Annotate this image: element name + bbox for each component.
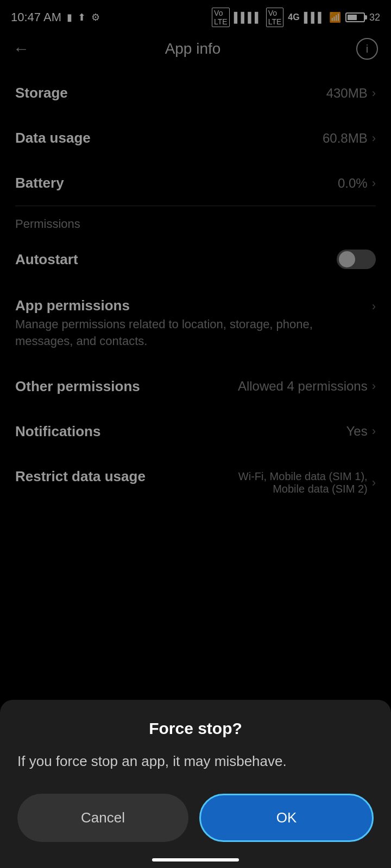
volte-icon-2: VoLTE <box>266 8 284 27</box>
battery-label-container: Battery <box>15 175 338 192</box>
restrict-data-item[interactable]: Restrict data usage Wi-Fi, Mobile data (… <box>0 454 391 509</box>
info-icon: i <box>366 43 368 55</box>
app-permissions-chevron: › <box>372 299 376 314</box>
signal-icon-1: ▌▌▌▌ <box>234 12 262 23</box>
restrict-data-value-container: Wi-Fi, Mobile data (SIM 1), Mobile data … <box>213 470 376 495</box>
cancel-button[interactable]: Cancel <box>17 794 188 842</box>
wifi-icon: 📶 <box>329 11 341 23</box>
dialog-body: If you force stop an app, it may misbeha… <box>17 751 374 772</box>
battery-chevron: › <box>372 176 376 190</box>
notification-icon: ▮ <box>67 11 72 23</box>
restrict-data-label: Restrict data usage <box>15 468 213 485</box>
storage-value: 430MB <box>326 86 368 101</box>
other-permissions-value-container: Allowed 4 permissions › <box>238 379 376 394</box>
notifications-label-container: Notifications <box>15 423 346 440</box>
storage-chevron: › <box>372 86 376 100</box>
dialog-buttons: Cancel OK <box>17 794 374 842</box>
status-time: 10:47 AM ▮ ⬆ ⚙ <box>11 10 100 24</box>
other-permissions-label-container: Other permissions <box>15 378 238 395</box>
notifications-item[interactable]: Notifications Yes › <box>0 409 391 454</box>
notifications-chevron: › <box>372 424 376 438</box>
lte-badge: 4G <box>288 12 299 22</box>
upload-icon: ⬆ <box>78 11 86 23</box>
status-bar: 10:47 AM ▮ ⬆ ⚙ VoLTE ▌▌▌▌ VoLTE 4G ▌▌▌ 📶… <box>0 0 391 33</box>
other-permissions-item[interactable]: Other permissions Allowed 4 permissions … <box>0 364 391 409</box>
data-usage-value: 60.8MB <box>323 131 368 146</box>
notifications-value: Yes <box>346 424 368 439</box>
restrict-data-chevron: › <box>372 476 376 490</box>
battery-value-container: 0.0% › <box>338 176 376 191</box>
other-permissions-value: Allowed 4 permissions <box>238 379 368 394</box>
volte-icon: VoLTE <box>212 8 230 27</box>
storage-item[interactable]: Storage 430MB › <box>0 71 391 116</box>
storage-value-container: 430MB › <box>326 86 376 101</box>
app-permissions-label: App permissions <box>15 297 372 314</box>
battery-level: 32 <box>369 12 380 23</box>
app-permissions-chevron-container: › <box>372 299 376 314</box>
page-title: App info <box>165 40 221 58</box>
data-usage-label-container: Data usage <box>15 130 323 146</box>
other-permissions-chevron: › <box>372 379 376 393</box>
storage-label-container: Storage <box>15 85 326 101</box>
autostart-label: Autostart <box>15 251 337 268</box>
notifications-label: Notifications <box>15 423 346 440</box>
other-permissions-label: Other permissions <box>15 378 238 395</box>
permissions-section-label: Permissions <box>0 206 391 235</box>
autostart-label-container: Autostart <box>15 251 337 268</box>
battery-usage-value: 0.0% <box>338 176 368 191</box>
restrict-data-label-container: Restrict data usage <box>15 468 213 485</box>
dialog-title: Force stop? <box>17 719 374 738</box>
signal-icon-2: ▌▌▌ <box>304 12 325 23</box>
ok-button[interactable]: OK <box>199 794 374 842</box>
battery-label: Battery <box>15 175 338 192</box>
status-icons: VoLTE ▌▌▌▌ VoLTE 4G ▌▌▌ 📶 32 <box>212 8 380 27</box>
time-text: 10:47 AM <box>11 10 61 24</box>
autostart-toggle[interactable] <box>337 250 376 269</box>
settings-icon: ⚙ <box>91 11 100 23</box>
app-permissions-item[interactable]: App permissions Manage permissions relat… <box>0 283 391 364</box>
notifications-value-container: Yes › <box>346 424 376 439</box>
data-usage-value-container: 60.8MB › <box>323 131 376 146</box>
home-indicator <box>152 858 239 861</box>
restrict-data-value: Wi-Fi, Mobile data (SIM 1), Mobile data … <box>213 470 368 495</box>
force-stop-dialog: Force stop? If you force stop an app, it… <box>0 700 391 868</box>
battery-item[interactable]: Battery 0.0% › <box>0 161 391 206</box>
autostart-item[interactable]: Autostart <box>0 235 391 283</box>
storage-label: Storage <box>15 85 326 101</box>
back-button[interactable]: ← <box>13 40 29 58</box>
data-usage-item[interactable]: Data usage 60.8MB › <box>0 116 391 161</box>
app-permissions-sublabel: Manage permissions related to location, … <box>15 316 372 350</box>
toggle-knob <box>339 251 355 267</box>
battery-icon <box>345 12 365 22</box>
info-button[interactable]: i <box>356 38 378 60</box>
data-usage-chevron: › <box>372 131 376 145</box>
app-permissions-label-container: App permissions Manage permissions relat… <box>15 297 372 350</box>
data-usage-label: Data usage <box>15 130 323 146</box>
top-nav: ← App info i <box>0 33 391 71</box>
